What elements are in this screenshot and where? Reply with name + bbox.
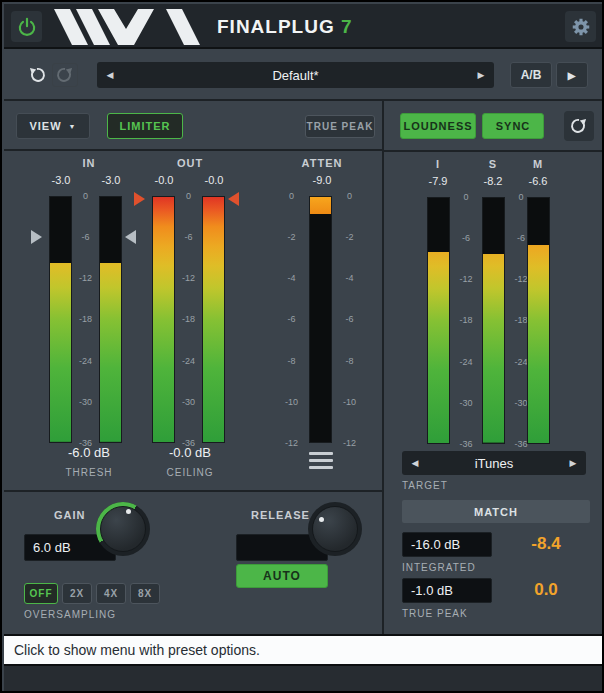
- gain-knob-face: [100, 506, 146, 552]
- scale-tick: -6: [336, 314, 363, 324]
- integrated-meter: [427, 197, 450, 444]
- gain-knob[interactable]: [96, 502, 150, 556]
- scale-tick: -12: [278, 438, 305, 448]
- ceiling-marker-right[interactable]: [228, 192, 239, 206]
- app-title: FINALPLUG 7: [217, 16, 353, 38]
- scale-tick: -30: [450, 398, 482, 408]
- release-knob[interactable]: [308, 502, 362, 556]
- settings-button[interactable]: [565, 11, 596, 42]
- true-peak-toggle[interactable]: TRUE PEAK: [305, 115, 375, 138]
- scale-tick: -6: [72, 232, 99, 242]
- scale-tick: -12: [336, 438, 363, 448]
- release-knob-pointer: [319, 517, 324, 522]
- scale-tick: -36: [450, 439, 482, 449]
- undo-icon: [27, 65, 47, 85]
- status-text: Click to show menu with preset options.: [14, 642, 260, 658]
- scale-tick: -18: [72, 314, 99, 324]
- dynamics-panel: GAIN 6.0 dB RELEASE AUTO OFF 2X 4X 8X OV…: [4, 492, 382, 634]
- preset-selector[interactable]: ◀ Default* ▶: [97, 62, 494, 88]
- scale-tick: -10: [278, 397, 305, 407]
- meter-fill: [50, 263, 71, 442]
- true-peak-target-field[interactable]: -1.0 dB: [402, 578, 492, 603]
- preset-next-icon[interactable]: ▶: [468, 70, 494, 80]
- bottom-strip: [4, 666, 604, 693]
- out-meter-label: OUT: [140, 157, 240, 169]
- scale-tick: -30: [72, 397, 99, 407]
- scale-tick: -18: [175, 314, 202, 324]
- meter-fill: [528, 245, 549, 443]
- brand-logo: [54, 9, 204, 45]
- target-next-icon[interactable]: ▶: [560, 458, 586, 468]
- out-value-left: -0.0: [139, 174, 189, 186]
- out-value-right: -0.0: [189, 174, 239, 186]
- in-meter-right: [99, 196, 122, 443]
- loudness-toggle[interactable]: LOUDNESS: [400, 113, 476, 139]
- power-icon: [17, 17, 37, 37]
- momentary-meter-label: M: [513, 158, 563, 170]
- scale-tick: -6: [278, 314, 305, 324]
- refresh-icon: [569, 116, 589, 136]
- meter-fill: [483, 254, 504, 443]
- loudness-panel: LOUDNESS SYNC I S M -7.9 -8.2 -6.6 0-6-1…: [382, 101, 604, 634]
- scale-tick: 0: [450, 192, 482, 202]
- oversampling-2x-button[interactable]: 2X: [62, 583, 92, 604]
- momentary-meter-value: -6.6: [513, 175, 563, 187]
- scale-tick: -12: [450, 274, 482, 284]
- meter-fill: [100, 263, 121, 442]
- meter-fill: [428, 252, 449, 443]
- scale-tick: -10: [336, 397, 363, 407]
- atten-value: -9.0: [297, 174, 347, 186]
- meter-menu-button[interactable]: [309, 452, 333, 469]
- preset-prev-icon[interactable]: ◀: [97, 70, 123, 80]
- menu-bar: [309, 466, 333, 469]
- preset-play-button[interactable]: ▶: [556, 62, 588, 88]
- meter-fill: [310, 197, 331, 214]
- threshold-marker-right[interactable]: [125, 230, 136, 244]
- sync-toggle[interactable]: SYNC: [482, 113, 544, 139]
- threshold-marker-left[interactable]: [31, 230, 42, 244]
- undo-button[interactable]: [24, 63, 50, 87]
- oversampling-4x-button[interactable]: 4X: [96, 583, 126, 604]
- redo-button[interactable]: [52, 63, 78, 87]
- atten-scale-left: 0-2-4-6-8-10-12: [278, 191, 305, 448]
- atten-meter: [309, 196, 332, 443]
- ab-compare-button[interactable]: A/B: [510, 62, 552, 88]
- threshold-readout[interactable]: -6.0 dB: [37, 445, 141, 460]
- ceiling-marker-left[interactable]: [134, 192, 145, 206]
- momentary-meter: [527, 197, 550, 444]
- true-peak-readout: 0.0: [514, 580, 578, 600]
- target-selector[interactable]: ◀ iTunes ▶: [402, 451, 586, 475]
- scale-tick: -6: [450, 233, 482, 243]
- scale-tick: -24: [175, 356, 202, 366]
- chevron-down-icon: ▼: [69, 123, 77, 130]
- oversampling-8x-button[interactable]: 8X: [130, 583, 160, 604]
- oversampling-off-button[interactable]: OFF: [24, 583, 58, 604]
- auto-release-toggle[interactable]: AUTO: [236, 564, 328, 588]
- power-button[interactable]: [11, 11, 42, 42]
- threshold-caption: THRESH: [37, 467, 141, 478]
- scale-tick: -18: [450, 315, 482, 325]
- scale-tick: -8: [278, 356, 305, 366]
- integrated-caption: INTEGRATED: [402, 562, 476, 573]
- gain-knob-pointer: [126, 509, 131, 514]
- resync-button[interactable]: [564, 111, 594, 141]
- atten-meter-label: ATTEN: [272, 157, 372, 169]
- atten-scale-right: 0-2-4-6-8-10-12: [336, 191, 363, 448]
- app-version: 7: [341, 16, 353, 37]
- meter-panel: IN -3.0 -3.0 0-6-12-18-24-30-36 -6.0 dB …: [4, 151, 382, 492]
- shortterm-meter-value: -8.2: [468, 175, 518, 187]
- integrated-readout: -8.4: [514, 534, 578, 554]
- view-button[interactable]: VIEW ▼: [16, 113, 90, 139]
- preset-name: Default*: [123, 68, 468, 83]
- match-button[interactable]: MATCH: [402, 500, 590, 523]
- integrated-target-field[interactable]: -16.0 dB: [402, 532, 492, 557]
- limiter-toggle[interactable]: LIMITER: [107, 113, 183, 139]
- preset-bar: ◀ Default* ▶ A/B ▶: [4, 49, 604, 101]
- target-prev-icon[interactable]: ◀: [402, 458, 428, 468]
- meter-fill: [203, 197, 224, 442]
- in-scale: 0-6-12-18-24-30-36: [72, 191, 99, 448]
- ceiling-readout[interactable]: -0.0 dB: [138, 445, 242, 460]
- scale-tick: -2: [278, 232, 305, 242]
- gain-label: GAIN: [54, 509, 94, 521]
- app-title-text: FINALPLUG: [217, 16, 335, 37]
